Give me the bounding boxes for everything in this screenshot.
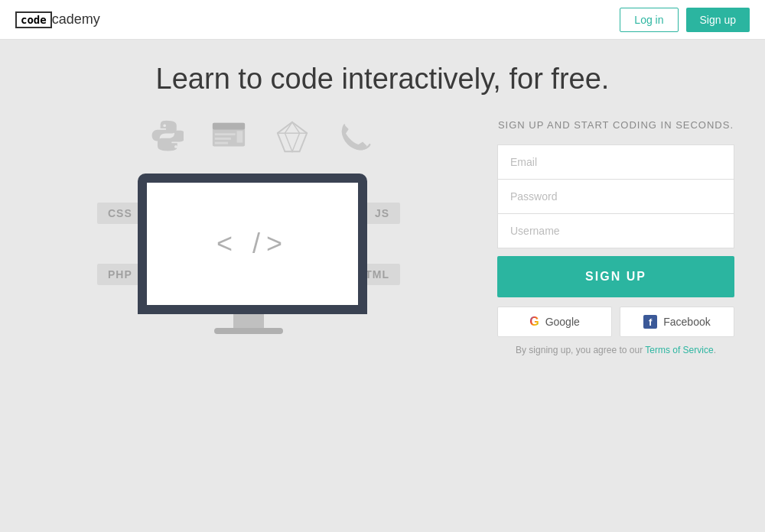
google-signup-button[interactable]: G Google	[497, 307, 612, 337]
email-input[interactable]	[497, 144, 734, 179]
js-label: JS	[364, 203, 400, 224]
facebook-label: Facebook	[663, 316, 710, 328]
logo: codecademy	[15, 11, 100, 28]
password-input[interactable]	[497, 179, 734, 213]
css-label: CSS	[97, 203, 143, 224]
python-icon	[148, 119, 184, 161]
login-button[interactable]: Log in	[620, 8, 678, 32]
signup-panel: SIGN UP AND START CODING IN SECONDS. SIG…	[497, 118, 734, 355]
header-nav: Log in Sign up	[620, 8, 750, 32]
social-buttons: G Google f Facebook	[497, 307, 734, 337]
header: codecademy Log in Sign up	[0, 0, 765, 40]
main-content: Learn to code interactively, for free.	[0, 40, 765, 371]
logo-code: code	[15, 11, 52, 28]
icons-row	[148, 118, 373, 162]
php-label: PHP	[97, 264, 143, 285]
facebook-icon: f	[643, 315, 657, 329]
code-display: < />	[216, 228, 288, 260]
google-label: Google	[545, 316, 580, 328]
signup-header-text: SIGN UP AND START CODING IN SECONDS.	[497, 118, 734, 132]
monitor-neck	[233, 314, 264, 328]
svg-rect-1	[212, 123, 244, 130]
svg-rect-2	[214, 133, 235, 135]
signup-form	[497, 144, 734, 248]
terms-link[interactable]: Terms of Service	[645, 345, 713, 355]
hero-title: Learn to code interactively, for free.	[156, 63, 610, 96]
terms-text: By signing up, you agree to our Terms of…	[497, 345, 734, 355]
username-input[interactable]	[497, 213, 734, 248]
illustration: CSS PHP JS HTML < />	[31, 118, 467, 349]
svg-rect-4	[214, 142, 227, 144]
phone-icon	[337, 119, 373, 161]
monitor: < />	[138, 174, 360, 334]
monitor-screen: < />	[147, 183, 358, 305]
google-icon: G	[529, 315, 539, 329]
content-row: CSS PHP JS HTML < />	[31, 118, 734, 355]
signup-main-button[interactable]: SIGN UP	[497, 256, 734, 297]
signup-header-button[interactable]: Sign up	[686, 8, 750, 32]
logo-cademy: cademy	[52, 11, 100, 28]
monitor-frame: < />	[138, 174, 367, 314]
facebook-signup-button[interactable]: f Facebook	[620, 307, 734, 337]
monitor-area: CSS PHP JS HTML < />	[80, 174, 417, 349]
svg-rect-3	[214, 138, 230, 140]
monitor-foot	[214, 328, 283, 334]
svg-rect-5	[236, 131, 243, 142]
diamond-icon	[274, 118, 311, 162]
svg-marker-6	[277, 122, 306, 151]
browser-icon	[210, 118, 247, 162]
